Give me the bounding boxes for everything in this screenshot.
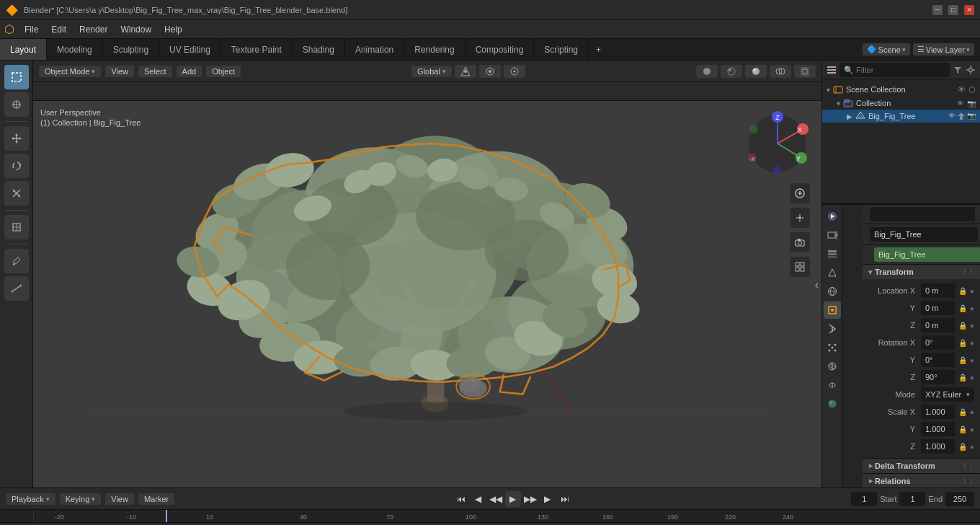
physics-props-button[interactable] (824, 358, 841, 375)
outliner-settings-icon[interactable] (966, 65, 976, 75)
transform-tool[interactable] (4, 215, 29, 239)
annotate-tool[interactable] (4, 249, 29, 273)
collection-render-icon[interactable]: 📷 (967, 100, 976, 107)
transform-section-header[interactable]: ▾ Transform ⋮⋮ (863, 265, 980, 279)
collapse-panel-button[interactable]: ‹ (815, 278, 819, 291)
rotation-x-driver-icon[interactable]: ● (970, 339, 974, 347)
xray-toggle[interactable] (794, 65, 816, 78)
scale-tool[interactable] (4, 181, 29, 206)
object-menu[interactable]: Object (206, 66, 241, 77)
relations-header[interactable]: ▾ Relations ⋮⋮ (863, 474, 980, 488)
prev-frame-button[interactable]: ◀ (471, 491, 486, 507)
marker-menu[interactable]: Marker (138, 493, 174, 505)
scale-x-driver-icon[interactable]: ● (970, 408, 974, 416)
prev-keyframe-button[interactable]: ◀◀ (488, 491, 504, 507)
scale-y-field[interactable]: 1.000 (921, 422, 956, 436)
viewlayer-props-button[interactable] (824, 245, 841, 262)
world-props-button[interactable] (824, 283, 841, 300)
overlay-toggle[interactable] (770, 65, 791, 78)
menu-render[interactable]: Render (74, 23, 113, 36)
eye-icon[interactable]: 👁 (958, 85, 966, 94)
rotation-y-driver-icon[interactable]: ● (970, 356, 974, 364)
lock-rx-icon[interactable]: 🔒 (958, 339, 967, 347)
tab-scripting[interactable]: Scripting (534, 39, 589, 60)
location-z-field[interactable]: 0 m (921, 318, 956, 332)
next-keyframe-button[interactable]: ▶▶ (522, 491, 538, 507)
tab-uv-editing[interactable]: UV Editing (159, 39, 221, 60)
tab-layout[interactable]: Layout (0, 39, 47, 60)
tab-rendering[interactable]: Rendering (404, 39, 465, 60)
object-name-input[interactable] (870, 227, 978, 242)
props-search-input[interactable] (870, 207, 975, 221)
tab-texture-paint[interactable]: Texture Paint (221, 39, 293, 60)
collection-eye-icon[interactable]: 👁 (957, 100, 964, 107)
menu-help[interactable]: Help (159, 23, 188, 36)
frame-start-input[interactable] (899, 492, 925, 506)
rotation-z-field[interactable]: 90° (921, 370, 956, 384)
rotation-x-field[interactable]: 0° (921, 335, 956, 350)
tab-animation[interactable]: Animation (345, 39, 404, 60)
modifiers-props-button[interactable] (824, 320, 841, 338)
rotation-z-driver-icon[interactable]: ● (970, 374, 974, 381)
location-x-field[interactable]: 0 m (921, 283, 956, 298)
viewport-shading-rendered[interactable] (745, 65, 767, 78)
minimize-button[interactable]: ─ (932, 5, 943, 15)
outliner-collection[interactable]: ▾ Collection 👁 📷 (822, 97, 980, 110)
scene-props-button[interactable] (824, 264, 841, 281)
close-button[interactable]: ✕ (964, 5, 974, 15)
lock-z-icon[interactable]: 🔒 (958, 322, 967, 330)
lock-x-icon[interactable]: 🔒 (958, 287, 967, 295)
add-menu[interactable]: Add (177, 66, 202, 77)
tab-modeling[interactable]: Modeling (47, 39, 103, 60)
location-x-driver-icon[interactable]: ● (970, 287, 974, 295)
view-menu[interactable]: View (105, 66, 134, 77)
scale-y-driver-icon[interactable]: ● (970, 425, 974, 433)
grid-layers-button[interactable] (790, 257, 810, 277)
tree-filter-icon[interactable] (957, 112, 966, 120)
tab-shading[interactable]: Shading (293, 39, 345, 60)
zoom-in-button[interactable] (790, 183, 810, 203)
play-button[interactable]: ▶ (505, 491, 521, 507)
materials-props-button[interactable] (824, 395, 841, 412)
next-frame-button[interactable]: ▶ (540, 491, 556, 507)
constraints-props-button[interactable] (824, 376, 841, 394)
location-y-driver-icon[interactable]: ● (970, 304, 974, 312)
transform-selector[interactable]: Global ▾ (411, 66, 452, 77)
jump-end-button[interactable]: ⏭ (557, 491, 573, 507)
camera-button[interactable] (790, 232, 810, 252)
outliner-filter-icon[interactable] (953, 65, 963, 75)
lock-rz-icon[interactable]: 🔒 (958, 374, 967, 381)
snap-button[interactable] (479, 65, 501, 78)
transform-options-icon[interactable]: ⋮⋮ (961, 268, 974, 275)
render-props-button[interactable] (824, 208, 841, 225)
measure-tool[interactable] (4, 276, 29, 301)
add-workspace-button[interactable]: + (589, 42, 608, 58)
keying-menu[interactable]: Keying ▾ (60, 493, 102, 505)
delta-transform-header[interactable]: ▾ Delta Transform ⋮⋮ (863, 459, 980, 473)
lock-y-icon[interactable]: 🔒 (958, 304, 967, 312)
rotation-mode-field[interactable]: XYZ Euler ▾ (921, 387, 974, 402)
tab-sculpting[interactable]: Sculpting (103, 39, 159, 60)
navigation-gizmo[interactable]: X Y Z -X (745, 111, 810, 176)
scale-z-field[interactable]: 1.000 (921, 439, 956, 454)
menu-file[interactable]: File (19, 23, 44, 36)
viewlayer-selector[interactable]: ☰ View Layer ▾ (913, 43, 974, 56)
outliner-big-fig-tree[interactable]: ▶ Big_Fig_Tree 👁 📷 (822, 110, 980, 123)
lock-ry-icon[interactable]: 🔒 (958, 356, 967, 364)
current-frame-input[interactable] (851, 492, 877, 506)
menu-window[interactable]: Window (115, 23, 157, 36)
cursor-tool[interactable] (4, 92, 29, 117)
pivot-button[interactable] (455, 65, 476, 78)
location-z-driver-icon[interactable]: ● (970, 322, 974, 330)
viewport-shading-material[interactable] (721, 65, 742, 78)
restrict-icon[interactable]: ⬡ (968, 85, 976, 94)
object-props-button[interactable] (824, 301, 841, 319)
lock-sz-icon[interactable]: 🔒 (958, 443, 967, 451)
pan-button[interactable] (790, 208, 810, 228)
proportional-edit[interactable] (504, 65, 525, 78)
lock-sx-icon[interactable]: 🔒 (958, 408, 967, 416)
view-menu-timeline[interactable]: View (105, 493, 134, 505)
select-box-tool[interactable] (4, 65, 29, 89)
tree-eye-icon[interactable]: 👁 (948, 112, 956, 120)
viewport-shading-solid[interactable] (696, 65, 718, 78)
